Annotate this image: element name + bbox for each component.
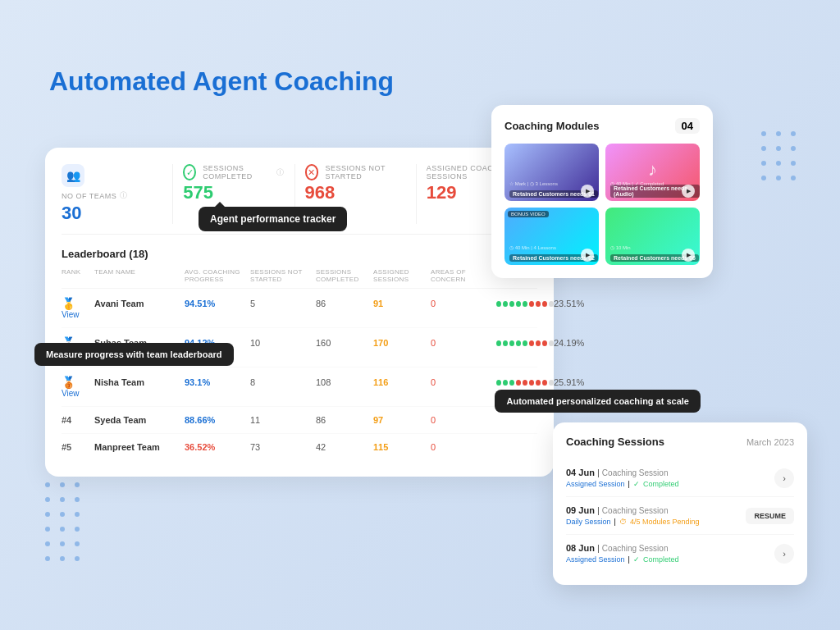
- cm-module-3[interactable]: BONUS VIDEO Retained Customers needs 02 …: [504, 208, 599, 265]
- resume-button[interactable]: RESUME: [746, 508, 794, 524]
- stat-teams: 👥 NO OF TEAMS ⓘ 30: [62, 164, 173, 224]
- main-background: Automated Agent Coaching 👥 NO OF TEAMS ⓘ…: [0, 0, 840, 630]
- dots-3: [496, 380, 554, 386]
- team-name-3: Nisha Team: [94, 377, 185, 387]
- cm-header: Coaching Modules 04: [504, 118, 700, 134]
- progress-4: 88.66%: [185, 415, 250, 425]
- info-icon-completed[interactable]: ⓘ: [276, 167, 285, 178]
- action-view-3[interactable]: View: [62, 389, 94, 398]
- clock-icon: ⏱: [619, 518, 627, 526]
- not-started-1: 5: [250, 299, 316, 308]
- completed-5: 42: [316, 442, 373, 452]
- dot-grid-top-right: [761, 131, 799, 184]
- call-quality-1: 23.51%: [554, 299, 603, 308]
- cs-month: March 2023: [746, 437, 794, 447]
- action-view-1[interactable]: View: [62, 310, 94, 319]
- cs-status-3: Assigned Session | ✓ Completed: [566, 555, 678, 564]
- cs-item-2-info: 09 Jun | Coaching Session Daily Session …: [566, 505, 699, 526]
- col-rank: RANK: [62, 268, 94, 283]
- concern-4: 0: [431, 415, 496, 425]
- tooltip-coaching: Automated personalized coaching at scale: [495, 390, 701, 413]
- cs-header: Coaching Sessions March 2023: [566, 436, 794, 448]
- completed-3: 108: [316, 377, 373, 387]
- table-row: 🥇 Avani Team 94.51% 5 86 91 0 23.51% Vie…: [62, 289, 537, 328]
- coaching-modules-card: Coaching Modules 04 Retained Customers n…: [491, 105, 713, 278]
- stat-sessions-completed-label: ✓ SESSIONS COMPLETED ⓘ: [183, 164, 284, 180]
- cs-arrow-3[interactable]: ›: [774, 544, 794, 564]
- assigned-1: 91: [373, 299, 431, 308]
- stat-teams-label: NO OF TEAMS ⓘ: [62, 190, 162, 201]
- rank-5: #5: [62, 442, 94, 452]
- progress-1: 94.51%: [185, 299, 250, 308]
- teams-icon: 👥: [62, 164, 84, 187]
- leaderboard-title: Leaderboard (18): [62, 248, 537, 260]
- cm-badge-3: BONUS VIDEO: [508, 211, 549, 217]
- leaderboard-card: 👥 NO OF TEAMS ⓘ 30 ✓ SESSIONS COMPLETED …: [45, 148, 554, 477]
- stat-teams-value: 30: [62, 203, 162, 224]
- cs-status-2: Daily Session | ⏱ 4/5 Modules Pending: [566, 518, 699, 526]
- cm-play-4[interactable]: ▶: [682, 249, 695, 262]
- col-team-name: TEAM NAME: [94, 268, 185, 283]
- cm-play-3[interactable]: ▶: [581, 249, 594, 262]
- check-completed-icon: ✓: [633, 480, 640, 488]
- cs-date-3: 08 Jun | Coaching Session: [566, 543, 678, 553]
- no-icon: ✕: [305, 164, 319, 180]
- cs-item-1-info: 04 Jun | Coaching Session Assigned Sessi…: [566, 468, 678, 488]
- rank-4: #4: [62, 415, 94, 425]
- cm-count: 04: [675, 118, 700, 134]
- team-name-5: Manpreet Team: [94, 442, 185, 452]
- music-icon: ♪: [648, 159, 657, 180]
- dot-grid-bottom-left: [45, 482, 83, 564]
- info-icon-teams[interactable]: ⓘ: [120, 190, 128, 201]
- cs-status-1: Assigned Session | ✓ Completed: [566, 480, 678, 488]
- completed-4: 86: [316, 415, 373, 425]
- col-concern: AREAS OF CONCERN: [431, 268, 496, 283]
- tooltip-measure: Measure progress with team leaderboard: [34, 343, 234, 366]
- cm-module-3-meta: ◷ 40 Min | 4 Lessons: [509, 244, 556, 250]
- col-avg-progress: AVG. COACHING PROGRESS: [185, 268, 250, 283]
- team-name-4: Syeda Team: [94, 415, 185, 425]
- progress-5: 36.52%: [185, 442, 250, 452]
- cm-module-2[interactable]: ♪ Retained Customers needs (Audio) ▶ ◷ 4…: [605, 144, 700, 201]
- cm-module-4[interactable]: Retained Customers needs 06 ▶ ◷ 10 Min: [605, 208, 700, 265]
- assigned-2: 170: [373, 338, 431, 348]
- cm-play-2[interactable]: ▶: [682, 185, 695, 198]
- progress-3: 93.1%: [185, 377, 250, 387]
- assigned-3: 116: [373, 377, 431, 387]
- concern-5: 0: [431, 442, 496, 452]
- col-not-started: SESSIONS NOT STARTED: [250, 268, 316, 283]
- concern-1: 0: [431, 299, 496, 308]
- call-quality-3: 25.91%: [554, 377, 603, 387]
- cm-module-1-meta: ☆ Mark | ◷ 3 Lessons: [509, 180, 558, 186]
- table-row: 🥉 Nisha Team 93.1% 8 108 116 0 25.91% Vi…: [62, 368, 537, 407]
- not-started-5: 73: [250, 442, 316, 452]
- hero-title: Automated Agent Coaching: [49, 66, 394, 97]
- completed-2: 160: [316, 338, 373, 348]
- dots-2: [496, 340, 554, 346]
- cs-date-2: 09 Jun | Coaching Session: [566, 505, 699, 515]
- coaching-sessions-card: Coaching Sessions March 2023 04 Jun | Co…: [553, 422, 807, 585]
- cm-module-1[interactable]: Retained Customers needs 01 ▶ ☆ Mark | ◷…: [504, 144, 599, 201]
- not-started-4: 11: [250, 415, 316, 425]
- cs-item-3-info: 08 Jun | Coaching Session Assigned Sessi…: [566, 543, 678, 564]
- assigned-5: 115: [373, 442, 431, 452]
- cm-module-2-meta: ◷ 40 Min | ✓ Completed: [610, 180, 664, 186]
- table-row: #5 Manpreet Team 36.52% 73 42 115 0: [62, 434, 537, 460]
- cs-item-1: 04 Jun | Coaching Session Assigned Sessi…: [566, 459, 794, 497]
- col-assigned: ASSIGNED SESSIONS: [373, 268, 431, 283]
- table-row: #4 Syeda Team 88.66% 11 86 97 0: [62, 407, 537, 434]
- cm-module-4-meta: ◷ 10 Min: [610, 244, 631, 250]
- tooltip-apt: Agent performance tracker: [199, 207, 347, 231]
- not-started-3: 8: [250, 377, 316, 387]
- cs-arrow-1[interactable]: ›: [774, 468, 794, 488]
- cm-play-1[interactable]: ▶: [581, 185, 594, 198]
- team-name-1: Avani Team: [94, 299, 185, 308]
- call-quality-2: 24.19%: [554, 338, 603, 348]
- check-icon: ✓: [183, 164, 196, 180]
- col-completed: SESSIONS COMPLETED: [316, 268, 373, 283]
- cs-item-2: 09 Jun | Coaching Session Daily Session …: [566, 497, 794, 535]
- dots-1: [496, 301, 554, 307]
- concern-2: 0: [431, 338, 496, 348]
- cm-grid: Retained Customers needs 01 ▶ ☆ Mark | ◷…: [504, 144, 700, 265]
- completed-1: 86: [316, 299, 373, 308]
